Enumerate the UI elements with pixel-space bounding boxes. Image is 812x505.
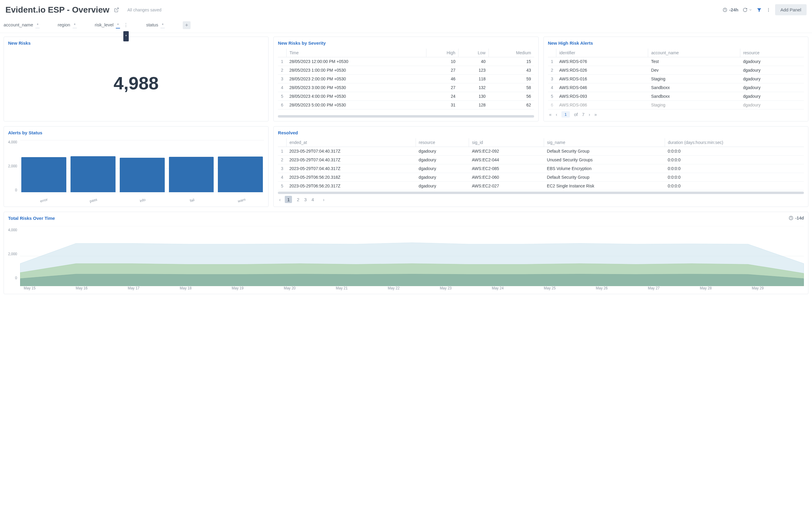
prev-page-icon[interactable]: ‹ xyxy=(279,197,281,202)
page-number[interactable]: 3 xyxy=(304,197,307,202)
bar-chart: 4,0002,0000 xyxy=(8,138,264,198)
panel-new-risks: New Risks 4,988 xyxy=(4,37,269,122)
add-filter-button[interactable]: + xyxy=(183,21,190,29)
refresh-icon xyxy=(743,7,748,12)
panel-severity: New Risks by Severity Time High Low Medi… xyxy=(273,37,538,122)
time-range[interactable]: -24h xyxy=(722,7,738,12)
panel-title: New Risks by Severity xyxy=(278,40,534,45)
chevron-down-icon xyxy=(749,8,752,12)
first-page-icon[interactable]: « xyxy=(549,112,552,117)
table-row[interactable]: 32023-05-29T07:04:40.317ZdgadouryAWS:EC2… xyxy=(278,164,804,173)
table-row[interactable]: 6AWS:RDS-086Stagingdgadoury xyxy=(548,101,804,110)
panel-title: Total Risks Over Time xyxy=(8,216,804,221)
filter-status[interactable]: status * xyxy=(146,22,165,28)
table-row[interactable]: 428/05/2023 3:00:00 PM +05302713258 xyxy=(278,83,534,92)
refresh-button[interactable] xyxy=(743,7,752,12)
panel-title: Alerts by Status xyxy=(8,130,264,135)
panel-title: New High Risk Alerts xyxy=(548,40,804,45)
table-row[interactable]: 52023-05-29T06:56:20.317ZdgadouryAWS:EC2… xyxy=(278,182,804,190)
table-row[interactable]: 42023-05-29T06:56:20.318ZdgadouryAWS:EC2… xyxy=(278,173,804,182)
panel-alerts-status: Alerts by Status 4,0002,0000 errorpassin… xyxy=(4,126,269,207)
panel-resolved: Resolved ended_at resource sig_id sig_na… xyxy=(273,126,808,207)
filter-account-name[interactable]: account_name * xyxy=(4,22,40,28)
scrollbar[interactable] xyxy=(278,192,804,194)
severity-table: Time High Low Medium 128/05/2023 12:00:0… xyxy=(278,48,534,110)
svg-point-2 xyxy=(768,9,769,10)
panel-total-risks: Total Risks Over Time -14d 4,0002,0000 M… xyxy=(4,212,808,294)
page-number[interactable]: 1 xyxy=(285,196,292,203)
resolved-pager: ‹ 1234 › xyxy=(278,194,804,203)
table-row[interactable]: 328/05/2023 2:00:00 PM +05304611859 xyxy=(278,75,534,83)
panel-high-alerts: New High Risk Alerts identifier account_… xyxy=(543,37,808,122)
high-alerts-table: identifier account_name resource 1AWS:RD… xyxy=(548,48,804,110)
table-row[interactable]: 2AWS:RDS-026Devdgadoury xyxy=(548,66,804,75)
table-row[interactable]: 5AWS:RDS-093Sandboxxdgadoury xyxy=(548,92,804,101)
bar[interactable] xyxy=(169,157,214,192)
save-status: All changes saved xyxy=(128,7,162,12)
table-row[interactable]: 22023-05-29T07:04:40.317ZdgadouryAWS:EC2… xyxy=(278,156,804,164)
bar[interactable] xyxy=(120,158,165,192)
share-icon[interactable] xyxy=(114,7,119,13)
svg-point-1 xyxy=(768,8,769,9)
clock-icon xyxy=(722,7,727,12)
filter-region[interactable]: region * xyxy=(57,22,77,28)
page-number[interactable]: 4 xyxy=(311,197,314,202)
filter-button[interactable] xyxy=(757,7,762,13)
filter-dropdown-indicator[interactable]: * xyxy=(123,31,129,41)
panel-time-range[interactable]: -14d xyxy=(789,216,804,220)
clock-icon xyxy=(789,216,793,220)
table-row[interactable]: 128/05/2023 12:00:00 PM +0530104015 xyxy=(278,57,534,66)
table-row[interactable]: 1AWS:RDS-076Testdgadoury xyxy=(548,57,804,66)
area-chart: 4,0002,0000 xyxy=(8,226,804,286)
header: Evident.io ESP - Overview All changes sa… xyxy=(0,0,812,18)
bar[interactable] xyxy=(71,156,116,192)
panel-title: Resolved xyxy=(278,130,804,135)
panel-title: New Risks xyxy=(8,40,264,45)
add-panel-button[interactable]: Add Panel xyxy=(775,4,807,15)
resolved-table: ended_at resource sig_id sig_name durati… xyxy=(278,138,804,190)
filter-risk-level[interactable]: risk_level * ⋮ * xyxy=(95,22,128,28)
svg-point-3 xyxy=(768,11,769,11)
scrollbar[interactable] xyxy=(278,115,534,118)
prev-page-icon[interactable]: ‹ xyxy=(556,112,557,117)
more-vertical-icon xyxy=(766,7,771,12)
table-row[interactable]: 4AWS:RDS-046Sandboxxdgadoury xyxy=(548,83,804,92)
table-row[interactable]: 12023-05-29T07:04:40.317ZdgadouryAWS:EC2… xyxy=(278,147,804,156)
last-page-icon[interactable]: » xyxy=(594,112,597,117)
table-row[interactable]: 628/05/2023 5:00:00 PM +05303112862 xyxy=(278,101,534,110)
page-input[interactable] xyxy=(561,111,570,118)
table-row[interactable]: 528/05/2023 4:00:00 PM +05302413056 xyxy=(278,92,534,101)
new-risks-value: 4,988 xyxy=(114,73,159,94)
bar[interactable] xyxy=(21,157,66,192)
table-row[interactable]: 228/05/2023 1:00:00 PM +05302712343 xyxy=(278,66,534,75)
high-alerts-pager: « ‹ of 7 › » xyxy=(548,110,804,118)
page-title: Evident.io ESP - Overview xyxy=(5,5,110,15)
bar[interactable] xyxy=(218,157,263,192)
more-vertical-icon[interactable]: ⋮ xyxy=(124,22,128,28)
filter-icon xyxy=(757,7,762,13)
next-page-icon[interactable]: › xyxy=(589,112,590,117)
table-row[interactable]: 3AWS:RDS-016Stagingdgadoury xyxy=(548,75,804,83)
page-number[interactable]: 2 xyxy=(297,197,299,202)
more-button[interactable] xyxy=(766,7,771,12)
filter-bar: account_name * region * risk_level * ⋮ *… xyxy=(0,18,812,33)
next-page-icon[interactable]: › xyxy=(323,197,324,202)
